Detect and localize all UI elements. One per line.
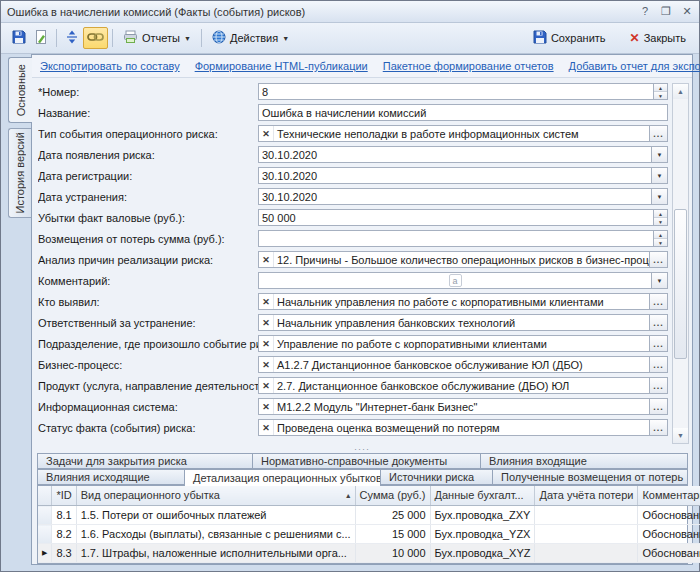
row-marker-icon: ▶ xyxy=(38,544,52,563)
nomer-field[interactable]: 8 ▲▼ xyxy=(258,83,668,100)
chevron-down-icon[interactable]: ▼ xyxy=(651,147,667,162)
chevron-down-icon[interactable]: ▼ xyxy=(651,168,667,183)
link-add-report-export[interactable]: Добавить отчет для экспорта xyxy=(569,60,700,72)
bottom-panel: Задачи для закрытия риска Нормативно-спр… xyxy=(32,453,692,565)
field-label: Название: xyxy=(38,107,258,119)
edit-document-button[interactable] xyxy=(30,27,52,49)
fit-height-button[interactable] xyxy=(61,27,83,49)
tab-istochniki-riska[interactable]: Источники риска xyxy=(381,469,493,485)
reports-label: Отчеты xyxy=(142,32,180,44)
maximize-button[interactable]: ❐ xyxy=(660,5,672,18)
data-ustraneniya-field[interactable]: 30.10.2020 ▼ xyxy=(258,188,668,205)
col-header-kind[interactable]: Вид операционного убытка▲ xyxy=(76,486,355,506)
status-fakta-field[interactable]: ✕ Проведена оценка возмещений по потерям… xyxy=(258,419,668,436)
form-row: Возмещения от потерь сумма (руб.): ▲▼ xyxy=(38,230,668,247)
link-toggle-button[interactable] xyxy=(83,27,108,49)
table-row-selected[interactable]: ▶ 8.3 1.7. Штрафы, наложенные исполнител… xyxy=(38,544,700,563)
analiz-prichin-field[interactable]: ✕ 12. Причины - Большое количество опера… xyxy=(258,251,668,268)
ellipsis-button[interactable]: ... xyxy=(649,357,667,372)
scroll-up-icon[interactable]: ▲ xyxy=(673,84,688,99)
row-indicator xyxy=(38,506,52,525)
spin-up-icon[interactable]: ▲ xyxy=(654,84,667,91)
clear-icon[interactable]: ✕ xyxy=(259,399,274,414)
produkt-field[interactable]: ✕ 2.7. Дистанционное банковское обслужив… xyxy=(258,377,668,394)
field-label: Ответственный за устранение: xyxy=(38,317,258,329)
col-header-comment[interactable]: Комментарии xyxy=(638,486,700,506)
tab-normativnye-dokumenty[interactable]: Нормативно-справочные документы xyxy=(253,453,481,469)
tip-sobytiya-field[interactable]: ✕ Технические неполадки в работе информа… xyxy=(258,125,668,142)
data-poyavleniya-field[interactable]: 30.10.2020 ▼ xyxy=(258,146,668,163)
save-main-label: Сохранить xyxy=(551,32,606,44)
field-label: Тип события операционного риска: xyxy=(38,128,258,140)
field-label: Кто выявил: xyxy=(38,296,258,308)
ellipsis-button[interactable]: ... xyxy=(649,315,667,330)
col-header-id[interactable]: *ID xyxy=(52,486,76,506)
ellipsis-button[interactable]: ... xyxy=(649,399,667,414)
spin-down-icon[interactable]: ▼ xyxy=(654,238,667,246)
close-form-button[interactable]: ✕ Закрыть xyxy=(624,27,692,49)
side-tab-osnovnye[interactable]: Основные xyxy=(8,57,32,123)
kto-vyyavil-field[interactable]: ✕ Начальник управления по работе с корпо… xyxy=(258,293,668,310)
clear-icon[interactable]: ✕ xyxy=(259,315,274,330)
podrazdelenie-field[interactable]: ✕ Управление по работе с корпоративными … xyxy=(258,335,668,352)
cell-comment: Обоснование уб... xyxy=(638,506,700,525)
link-html-publication[interactable]: Формирование HTML-публикации xyxy=(195,60,368,72)
clear-icon[interactable]: ✕ xyxy=(259,357,274,372)
clear-icon[interactable]: ✕ xyxy=(259,378,274,393)
spin-down-icon[interactable]: ▼ xyxy=(654,91,667,99)
cell-date xyxy=(535,506,638,525)
chevron-down-icon[interactable]: ▼ xyxy=(651,273,667,288)
reports-dropdown-button[interactable]: Отчеты ▼ xyxy=(117,27,197,49)
printer-icon xyxy=(123,30,138,46)
help-button[interactable]: ? xyxy=(639,5,651,18)
col-header-sum[interactable]: Сумма (руб.) xyxy=(355,486,430,506)
clear-icon[interactable]: ✕ xyxy=(259,252,274,267)
ellipsis-button[interactable]: ... xyxy=(649,294,667,309)
save-button[interactable] xyxy=(8,27,30,49)
col-header-acc[interactable]: Данные бухгалт... xyxy=(430,486,535,506)
window-close-button[interactable]: ✕ xyxy=(681,5,693,18)
spin-up-icon[interactable]: ▲ xyxy=(654,231,667,238)
spin-down-icon[interactable]: ▼ xyxy=(654,217,667,225)
save-main-button[interactable]: Сохранить xyxy=(527,27,612,49)
link-batch-reports[interactable]: Пакетное формирование отчетов xyxy=(383,60,554,72)
tab-detalizaciya-ubytkov[interactable]: Детализация операционных убытков xyxy=(185,469,381,486)
ellipsis-button[interactable]: ... xyxy=(649,378,667,393)
form-row: Подразделение, где произошло событие рис… xyxy=(38,335,668,352)
scrollbar-thumb[interactable] xyxy=(674,209,687,359)
inform-sistema-field[interactable]: ✕ М1.2.2 Модуль "Интернет-банк Бизнес" .… xyxy=(258,398,668,415)
clear-icon[interactable]: ✕ xyxy=(259,336,274,351)
kommentarij-field[interactable]: a ▼ xyxy=(258,272,668,289)
table-row[interactable]: 8.1 1.5. Потери от ошибочных платежей 25… xyxy=(38,506,700,525)
nazvanie-field[interactable]: Ошибка в начислении комиссий xyxy=(258,104,668,121)
side-tab-istoriya-versij[interactable]: История версий xyxy=(8,128,31,218)
tab-vliyaniya-ishodyashchie[interactable]: Влияния исходящие xyxy=(37,469,185,485)
chevron-down-icon[interactable]: ▼ xyxy=(651,189,667,204)
spin-up-icon[interactable]: ▲ xyxy=(654,210,667,217)
ellipsis-button[interactable]: ... xyxy=(649,420,667,435)
tab-vliyaniya-vhodyashchie[interactable]: Влияния входящие xyxy=(481,453,688,469)
actions-label: Действия xyxy=(230,32,278,44)
clear-icon[interactable]: ✕ xyxy=(259,126,274,141)
vozmeshcheniya-summa-field[interactable]: ▲▼ xyxy=(258,230,668,247)
tab-poluchennye-vozmeshcheniya[interactable]: Полученные возмещения от потерь xyxy=(493,469,688,485)
cell-kind: 1.7. Штрафы, наложенные исполнительными … xyxy=(76,544,355,563)
clear-icon[interactable]: ✕ xyxy=(259,420,274,435)
otvetstvennyj-field[interactable]: ✕ Начальник управления банковских технол… xyxy=(258,314,668,331)
ubytki-fakt-field[interactable]: 50 000 ▲▼ xyxy=(258,209,668,226)
form-scrollbar[interactable]: ▲ ▼ xyxy=(672,83,689,444)
field-label: Подразделение, где произошло событие рис… xyxy=(38,338,258,350)
data-registracii-field[interactable]: 30.10.2020 ▼ xyxy=(258,167,668,184)
actions-dropdown-button[interactable]: Действия ▼ xyxy=(206,27,295,49)
splitter-handle[interactable]: ···· xyxy=(32,445,692,453)
ellipsis-button[interactable]: ... xyxy=(649,336,667,351)
ellipsis-button[interactable]: ... xyxy=(649,252,667,267)
tab-zadachi-zakrytiya[interactable]: Задачи для закрытия риска xyxy=(37,453,253,469)
biznes-process-field[interactable]: ✕ А1.2.7 Дистанционное банковское обслуж… xyxy=(258,356,668,373)
col-header-date[interactable]: Дата учёта потери xyxy=(535,486,638,506)
link-export-sostav[interactable]: Экспортировать по составу xyxy=(40,60,180,72)
clear-icon[interactable]: ✕ xyxy=(259,294,274,309)
ellipsis-button[interactable]: ... xyxy=(649,126,667,141)
scroll-down-icon[interactable]: ▼ xyxy=(673,428,688,443)
table-row[interactable]: 8.2 1.6. Расходы (выплаты), связанные с … xyxy=(38,525,700,544)
